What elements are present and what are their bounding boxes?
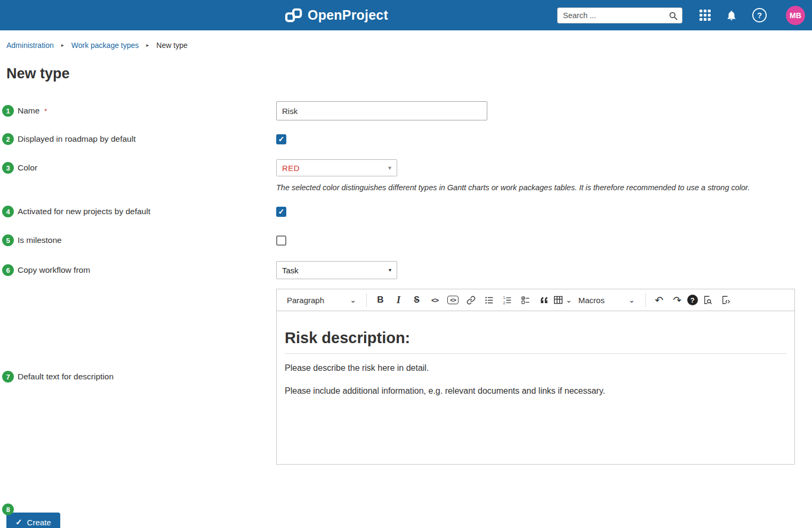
checkmark-icon: ✓: [15, 517, 22, 527]
step-badge-3: 3: [2, 162, 14, 174]
editor-paragraph: Please describe the risk here in detail.: [285, 363, 786, 373]
chevron-down-icon: ▾: [388, 165, 391, 171]
step-badge-6: 6: [2, 264, 14, 276]
field-row-workflow: 6 Copy workflow from Task ▾: [0, 261, 812, 279]
inline-code-icon: <>: [431, 296, 438, 304]
redo-button[interactable]: ↷: [669, 292, 686, 308]
undo-button[interactable]: ↶: [651, 292, 668, 308]
required-marker: *: [44, 107, 47, 115]
breadcrumb-work-package-types[interactable]: Work package types: [71, 41, 139, 50]
preview-button[interactable]: [700, 292, 716, 308]
source-button[interactable]: [718, 292, 734, 308]
block-quote-button[interactable]: [535, 292, 552, 308]
editor-help-button[interactable]: ?: [687, 295, 698, 305]
step-badge-1: 1: [2, 105, 14, 117]
italic-button[interactable]: I: [390, 292, 407, 308]
numbered-list-icon: 1. 2.: [503, 296, 512, 305]
step-badge-2: 2: [2, 133, 14, 145]
bold-button[interactable]: B: [372, 292, 389, 308]
toolbar-divider: [645, 293, 646, 307]
editor-content-area[interactable]: Risk description: Please describe the ri…: [277, 311, 794, 464]
numbered-list-button[interactable]: 1. 2.: [499, 292, 516, 308]
search-icon[interactable]: [668, 11, 678, 23]
chevron-down-icon: ▾: [389, 267, 391, 273]
editor-paragraph: Please include additional information, e…: [285, 386, 786, 396]
search-input[interactable]: [558, 8, 682, 23]
chevron-down-icon: ⌄: [566, 296, 572, 304]
app-logo[interactable]: OpenProject: [285, 7, 388, 23]
step-badge-7: 7: [2, 371, 14, 383]
strikethrough-button[interactable]: S: [408, 292, 425, 308]
page-title: New type: [6, 66, 812, 82]
breadcrumb-current: New type: [156, 41, 187, 50]
workflow-select[interactable]: Task ▾: [276, 261, 397, 279]
rich-text-editor: Paragraph ⌄ B I S <>: [276, 289, 795, 465]
checkmark-icon: ✓: [278, 135, 285, 143]
italic-icon: I: [397, 295, 400, 306]
breadcrumb-separator-icon: ▸: [61, 43, 64, 48]
link-icon: [467, 296, 476, 305]
color-label: Color: [18, 163, 37, 173]
step-badge-4: 4: [2, 206, 14, 217]
workflow-label: Copy workflow from: [18, 265, 90, 275]
link-button[interactable]: [463, 292, 479, 308]
insert-table-button[interactable]: ⌄: [553, 292, 572, 308]
field-row-activated: 4 Activated for new projects by default …: [0, 206, 812, 217]
milestone-label: Is milestone: [18, 235, 62, 245]
svg-text:2.: 2.: [503, 300, 507, 304]
step-badge-8: 8: [2, 503, 14, 515]
field-row-roadmap: 2 Displayed in roadmap by default ✓: [0, 133, 812, 145]
name-input[interactable]: [276, 101, 487, 120]
activated-label: Activated for new projects by default: [18, 207, 150, 216]
notifications-bell-icon[interactable]: [726, 10, 737, 21]
create-button[interactable]: ✓ Create: [6, 513, 60, 528]
search-box: [557, 7, 682, 23]
modules-grid-icon[interactable]: [698, 9, 712, 22]
breadcrumb-administration[interactable]: Administration: [6, 41, 54, 50]
strikethrough-icon: S: [414, 295, 420, 305]
checkmark-icon: ✓: [278, 208, 285, 215]
editor-heading: Risk description:: [285, 329, 786, 354]
todo-list-button[interactable]: [517, 292, 534, 308]
editor-toolbar: Paragraph ⌄ B I S <>: [277, 289, 794, 311]
milestone-checkbox[interactable]: ✓: [276, 235, 286, 246]
undo-icon: ↶: [655, 294, 663, 306]
block-quote-icon: [539, 296, 548, 304]
create-button-label: Create: [27, 518, 51, 527]
step-badge-5: 5: [2, 234, 14, 246]
app-name: OpenProject: [308, 7, 388, 23]
field-row-description: 7 Default text for description Paragraph…: [0, 289, 812, 465]
macros-dropdown[interactable]: Macros ⌄: [574, 292, 640, 308]
create-section: 8 ✓ Create: [6, 513, 60, 528]
roadmap-label: Displayed in roadmap by default: [18, 134, 135, 144]
color-hint: The selected color distinguishes differe…: [276, 183, 795, 192]
top-header: OpenProject ? MB: [0, 0, 812, 30]
paragraph-format-label: Paragraph: [287, 296, 324, 305]
new-type-form: 1 Name * 2 Displayed in roadmap by defau…: [0, 101, 812, 528]
bulleted-list-icon: [485, 296, 494, 305]
chevron-down-icon: ⌄: [350, 296, 356, 304]
field-row-milestone: 5 Is milestone ✓: [0, 234, 812, 246]
breadcrumb: Administration ▸ Work package types ▸ Ne…: [6, 41, 812, 50]
todo-list-icon: [521, 296, 530, 305]
activated-checkbox[interactable]: ✓: [276, 207, 286, 217]
roadmap-checkbox[interactable]: ✓: [276, 134, 286, 144]
color-select[interactable]: RED ▾: [276, 159, 397, 176]
workflow-select-value: Task: [282, 266, 299, 275]
field-row-name: 1 Name *: [0, 101, 812, 120]
inline-code-button[interactable]: <>: [427, 292, 443, 308]
preview-icon: [703, 295, 712, 305]
bulleted-list-button[interactable]: [481, 292, 497, 308]
help-icon[interactable]: ?: [752, 8, 767, 22]
code-block-icon: <>: [447, 296, 458, 304]
name-label: Name: [18, 106, 39, 116]
avatar[interactable]: MB: [786, 6, 805, 25]
svg-text:1.: 1.: [503, 296, 507, 299]
description-label: Default text for description: [18, 372, 114, 381]
field-row-color: 3 Color RED ▾ The selected color disting…: [0, 159, 812, 192]
code-block-button[interactable]: <>: [445, 292, 461, 308]
redo-icon: ↷: [673, 294, 681, 306]
table-icon: [553, 296, 563, 304]
breadcrumb-separator-icon: ▸: [146, 43, 149, 48]
paragraph-format-dropdown[interactable]: Paragraph ⌄: [282, 292, 361, 308]
